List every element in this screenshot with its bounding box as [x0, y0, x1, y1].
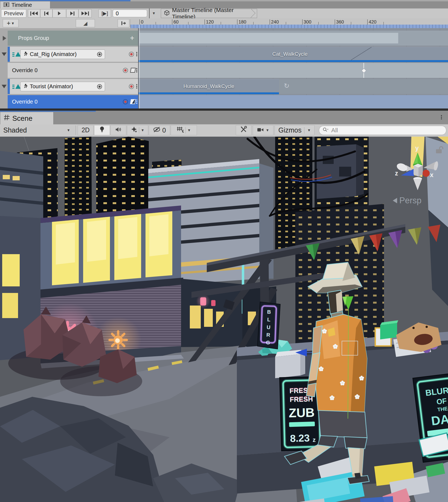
svg-text:G: G	[266, 340, 270, 346]
breadcrumb[interactable]: Master Timeline (Master Timeline)	[161, 9, 257, 18]
override-tourist-record-button[interactable]	[123, 99, 128, 104]
svg-text:B: B	[267, 309, 271, 315]
audio-toggle-button[interactable]	[110, 125, 126, 135]
effects-toggle-button[interactable]: ▼	[127, 125, 148, 135]
lightbulb-icon	[100, 126, 104, 134]
toolbar-divider	[149, 8, 150, 18]
svg-text:L: L	[267, 317, 271, 322]
override-cat-menu[interactable]	[136, 68, 137, 69]
loop-icon: ↻	[284, 82, 289, 90]
tools-icon	[240, 126, 247, 135]
cat-collapse-arrow[interactable]	[2, 52, 7, 56]
scene-viewport[interactable]: B L U R G FRESH FRESH FRESH	[0, 137, 448, 502]
previous-frame-button[interactable]	[40, 9, 53, 17]
grid-icon	[4, 114, 10, 123]
persp-label: Persp	[399, 196, 421, 205]
group-expand-arrow[interactable]	[3, 36, 6, 41]
timeline-ruler[interactable]: 0 60 120 180 240 300 360 420	[130, 18, 448, 28]
cat-binding-field[interactable]: Cat_Rig (Animator)	[20, 49, 105, 59]
play-button[interactable]	[53, 9, 66, 17]
override-tourist-menu[interactable]	[136, 99, 137, 101]
grid-visibility-button[interactable]: ▼	[171, 125, 197, 135]
animator-icon	[23, 83, 28, 90]
svg-text:DAY: DAY	[430, 411, 448, 428]
track-header-override-tourist-selected[interactable]: Override 0	[8, 95, 139, 108]
clip-humanoid-walkcycle[interactable]: Humanoid_WalkCycle	[139, 79, 279, 94]
playhead[interactable]	[139, 25, 140, 108]
timeline-select-caret[interactable]: ▼	[152, 11, 156, 16]
lighting-toggle-button[interactable]	[94, 125, 110, 135]
svg-text:8.23: 8.23	[290, 432, 310, 444]
scene-tools-button[interactable]	[236, 125, 252, 135]
header-content-divider[interactable]	[138, 28, 139, 108]
svg-text:z: z	[313, 436, 316, 443]
props-group-span[interactable]	[139, 33, 398, 43]
group-add-button[interactable]: +	[130, 34, 134, 42]
camera-icon	[257, 127, 264, 134]
toggle-2d-button[interactable]: 2D	[78, 125, 94, 135]
object-picker-icon[interactable]	[97, 84, 102, 89]
track-accent-bar	[8, 79, 10, 94]
play-range-button[interactable]: [▶]	[98, 9, 111, 17]
blurg-vertical-sign[interactable]: B L U R G	[257, 302, 280, 349]
track-content-tourist[interactable]: Humanoid_WalkCycle ↻	[139, 79, 448, 94]
edge-snap-button[interactable]	[118, 19, 129, 27]
track-header-override-cat[interactable]: Override 0	[8, 63, 139, 78]
cat-record-button[interactable]	[129, 52, 134, 57]
preview-button[interactable]: Preview	[1, 9, 26, 17]
go-to-end-button[interactable]	[78, 9, 92, 17]
scene-search-field[interactable]	[319, 126, 446, 135]
eye-hidden-icon	[153, 127, 161, 134]
curves-view-button[interactable]: ◢	[76, 19, 95, 27]
frame-field[interactable]	[113, 10, 147, 17]
timeline-range-band[interactable]	[130, 25, 448, 28]
cat-track-menu[interactable]	[136, 52, 137, 53]
tab-scene[interactable]: Scene	[0, 112, 54, 125]
track-content-override-cat[interactable]	[139, 63, 448, 78]
track-accent-bar	[8, 47, 10, 62]
scene-camera-button[interactable]: ▼	[253, 125, 274, 135]
scene-panel-menu[interactable]	[441, 115, 442, 116]
next-frame-button[interactable]	[66, 9, 78, 17]
play-range-icon: [▶]	[101, 10, 108, 16]
curves-icon: ◢	[83, 20, 88, 27]
axis-x-cone[interactable]	[423, 170, 430, 177]
film-icon	[4, 2, 9, 8]
timeline-toolbar2: + ▼ ◢	[0, 18, 130, 28]
track-header-cat-rig[interactable]: Cat_Rig (Animator)	[8, 47, 139, 62]
tourist-track-menu[interactable]	[136, 84, 137, 85]
override-tourist-clip-icon[interactable]	[130, 99, 136, 104]
go-to-start-button[interactable]	[28, 9, 40, 17]
track-header-tourist[interactable]: Tourist (Animator)	[8, 79, 139, 94]
override-cat-record-button[interactable]	[123, 68, 128, 73]
clip-cat-walkcycle[interactable]: Cat_WalkCycle	[139, 47, 448, 62]
speaker-icon	[115, 127, 122, 134]
axis-x-label: x	[430, 171, 434, 178]
track-content-props-group[interactable]	[139, 31, 448, 46]
axis-z-label: z	[395, 170, 398, 177]
svg-text:ZUB: ZUB	[289, 405, 315, 420]
gizmos-dropdown[interactable]: Gizmos ▼	[275, 125, 315, 135]
tourist-record-button[interactable]	[129, 84, 134, 89]
tab-timeline[interactable]: Timeline	[0, 1, 50, 9]
clip-ease-out[interactable]	[351, 47, 372, 60]
grid-axis-icon	[177, 126, 184, 134]
svg-text:R: R	[266, 332, 270, 338]
svg-text:OF: OF	[436, 397, 447, 406]
hidden-objects-button[interactable]: 0	[149, 125, 170, 135]
track-content-override-tourist[interactable]	[139, 95, 448, 108]
shading-mode-dropdown[interactable]: Shaded ▼	[0, 124, 74, 136]
override-cat-clip-icon[interactable]	[130, 68, 136, 73]
animation-track-icon	[12, 52, 21, 57]
tourist-binding-label: Tourist (Animator)	[30, 83, 95, 90]
tourist-binding-field[interactable]: Tourist (Animator)	[20, 82, 105, 91]
animator-icon	[23, 51, 28, 57]
search-input[interactable]	[331, 127, 443, 134]
object-picker-icon[interactable]	[97, 52, 102, 57]
track-header-props-group[interactable]: Props Group +	[8, 31, 139, 46]
add-track-button[interactable]: + ▼	[3, 19, 19, 27]
keyframe-diamond[interactable]	[361, 68, 366, 73]
hidden-count: 0	[162, 127, 166, 134]
tourist-collapse-arrow[interactable]	[2, 85, 7, 88]
timeline-toolbar: Preview [▶] ▼ Master Timeline (Master Ti…	[0, 8, 448, 19]
